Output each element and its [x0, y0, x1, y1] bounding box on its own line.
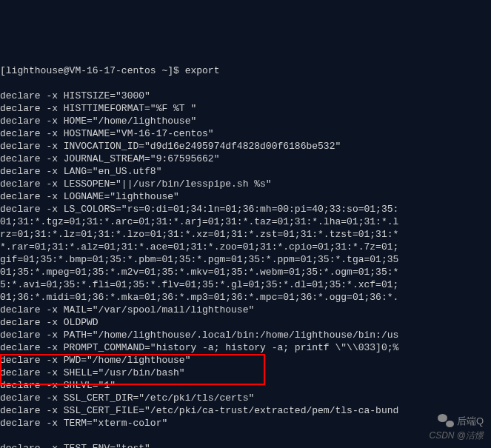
output-line: declare -x SSL_CERT_FILE="/etc/pki/ca-tr…: [0, 404, 491, 417]
output-line: declare -x HOME="/home/lighthouse": [0, 115, 491, 127]
output-line: declare -x HOSTNAME="VM-16-17-centos": [0, 127, 491, 140]
output-line: declare -x JOURNAL_STREAM="9:67595662": [0, 153, 491, 165]
prompt-line: [lighthouse@VM-16-17-centos ~]$ export: [0, 64, 491, 77]
output-line: declare -x MAIL="/var/spool/mail/lightho…: [0, 304, 491, 316]
output-line: declare -x LOGNAME="lighthouse": [0, 190, 491, 203]
wechat-icon: [438, 414, 454, 427]
output-line: 01;35:*.mpeg=01;35:*.m2v=01;35:*.mkv=01;…: [0, 266, 491, 278]
output-line: declare -x SHELL="/usr/bin/bash": [0, 367, 491, 379]
output-line: declare -x LANG="en_US.utf8": [0, 165, 491, 178]
output-line: declare -x SHLVL="1": [0, 379, 491, 392]
output-line: declare -x HISTTIMEFORMAT="%F %T ": [0, 102, 491, 115]
terminal-output[interactable]: [lighthouse@VM-16-17-centos ~]$ export d…: [0, 50, 491, 448]
highlighted-line: declare -x TEST_ENV="test": [0, 442, 491, 448]
output-line: gif=01;35:*.bmp=01;35:*.pbm=01;35:*.pgm=…: [0, 253, 491, 266]
output-line: declare -x PWD="/home/lighthouse": [0, 354, 491, 367]
output-line: 5:*.avi=01;35:*.fli=01;35:*.flv=01;35:*.…: [0, 278, 491, 291]
output-line: declare -x TERM="xterm-color": [0, 417, 491, 429]
output-line: declare -x PROMPT_COMMAND="history -a; h…: [0, 341, 491, 354]
output-line: 01;31:*.tgz=01;31:*.arc=01;31:*.arj=01;3…: [0, 215, 491, 228]
output-line: declare -x HISTSIZE="3000": [0, 90, 491, 102]
output-line: declare -x LS_COLORS="rs=0:di=01;34:ln=0…: [0, 203, 491, 215]
output-line: declare -x INVOCATION_ID="d9d16e2495974d…: [0, 140, 491, 153]
wechat-label: 后端Q: [457, 415, 484, 427]
output-line: declare -x PATH="/home/lighthouse/.local…: [0, 329, 491, 341]
output-line: 01;36:*.midi=01;36:*.mka=01;36:*.mp3=01;…: [0, 291, 491, 304]
output-line: *.rar=01;31:*.alz=01;31:*.ace=01;31:*.zo…: [0, 241, 491, 253]
output-line: declare -x OLDPWD: [0, 316, 491, 329]
output-line: rz=01;31:*.lz=01;31:*.lzo=01;31:*.xz=01;…: [0, 228, 491, 241]
output-line: declare -x LESSOPEN="||/usr/bin/lesspipe…: [0, 178, 491, 190]
csdn-watermark: CSDN @洁憬: [429, 429, 484, 442]
output-line: declare -x SSL_CERT_DIR="/etc/pki/tls/ce…: [0, 392, 491, 404]
wechat-watermark: 后端Q: [438, 414, 484, 427]
